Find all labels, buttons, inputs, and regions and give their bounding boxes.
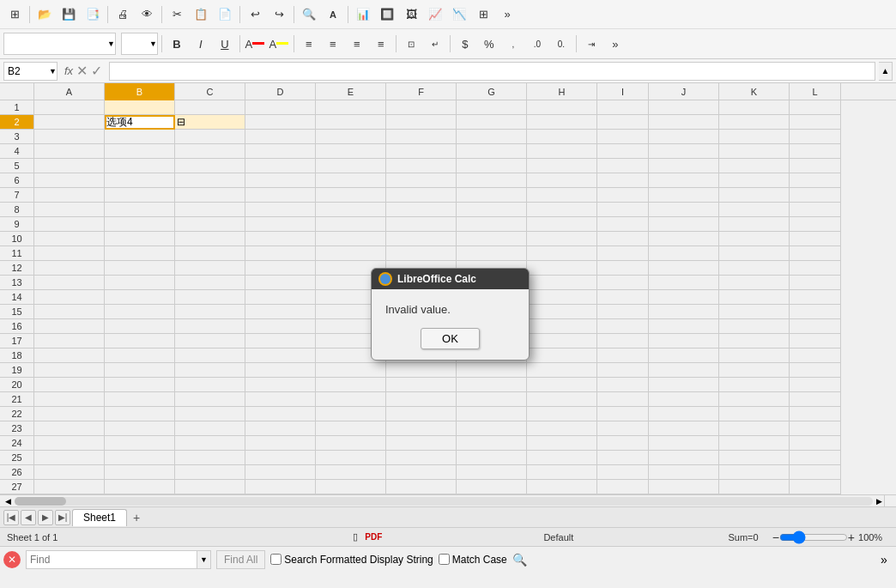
match-case-label[interactable]: Match Case	[439, 554, 507, 566]
align-left-btn[interactable]: ≡	[298, 33, 320, 55]
cell-i17[interactable]	[597, 334, 649, 349]
cell-k12[interactable]	[719, 261, 790, 276]
row-header-7[interactable]: 7	[0, 188, 34, 203]
highlight-btn[interactable]: A	[268, 33, 290, 55]
thousands-btn[interactable]: ,	[502, 33, 524, 55]
cell-c20[interactable]	[175, 378, 245, 392]
cell-l1[interactable]	[790, 100, 841, 115]
cell-k1[interactable]	[719, 100, 790, 115]
sheet-last-btn[interactable]: ▶|	[55, 510, 70, 525]
cell-k26[interactable]	[719, 465, 790, 480]
font-name-input[interactable]: Liberation Sans	[4, 33, 107, 54]
cell-h24[interactable]	[527, 436, 597, 451]
cell-a11[interactable]	[34, 246, 105, 261]
cell-h7[interactable]	[527, 188, 597, 203]
cell-b7[interactable]	[105, 188, 175, 203]
find-all-btn[interactable]: Find All	[216, 550, 265, 569]
cell-k11[interactable]	[719, 246, 790, 261]
dialog-ok-btn[interactable]: OK	[421, 328, 480, 349]
cell-g24[interactable]	[457, 436, 527, 451]
cell-a3[interactable]	[34, 130, 105, 144]
cell-e1[interactable]	[316, 100, 386, 115]
cell-g21[interactable]	[457, 392, 527, 407]
cell-a14[interactable]	[34, 290, 105, 305]
cell-e6[interactable]	[316, 173, 386, 188]
cell-j25[interactable]	[649, 451, 719, 465]
cell-f19[interactable]	[386, 363, 457, 378]
font-name-dropdown-icon[interactable]: ▼	[107, 39, 115, 48]
cell-h22[interactable]	[527, 407, 597, 421]
cell-e26[interactable]	[316, 465, 386, 480]
cell-b12[interactable]	[105, 261, 175, 276]
cell-h11[interactable]	[527, 246, 597, 261]
cell-c11[interactable]	[175, 246, 245, 261]
cell-j11[interactable]	[649, 246, 719, 261]
cell-k3[interactable]	[719, 130, 790, 144]
cell-f21[interactable]	[386, 392, 457, 407]
cell-l23[interactable]	[790, 421, 841, 436]
row-header-16[interactable]: 16	[0, 319, 34, 334]
cell-d1[interactable]	[245, 100, 316, 115]
cell-e3[interactable]	[316, 130, 386, 144]
cell-d22[interactable]	[245, 407, 316, 421]
cell-c3[interactable]	[175, 130, 245, 144]
cell-b13[interactable]	[105, 276, 175, 290]
cell-a22[interactable]	[34, 407, 105, 421]
cell-i21[interactable]	[597, 392, 649, 407]
cell-a17[interactable]	[34, 334, 105, 349]
cell-h23[interactable]	[527, 421, 597, 436]
col-header-h[interactable]: H	[527, 83, 597, 100]
paste-btn[interactable]: 📄	[214, 3, 236, 26]
sheet-add-btn[interactable]: +	[129, 510, 144, 525]
cell-g8[interactable]	[457, 203, 527, 217]
cell-j4[interactable]	[649, 144, 719, 159]
search-formatted-checkbox[interactable]	[270, 554, 282, 565]
cell-d25[interactable]	[245, 451, 316, 465]
cell-a7[interactable]	[34, 188, 105, 203]
cell-i6[interactable]	[597, 173, 649, 188]
pivot2-btn[interactable]: 📉	[448, 3, 470, 26]
cell-i15[interactable]	[597, 305, 649, 319]
redo-btn[interactable]: ↪	[268, 3, 290, 26]
cell-j24[interactable]	[649, 436, 719, 451]
cell-l25[interactable]	[790, 451, 841, 465]
cell-a8[interactable]	[34, 203, 105, 217]
cell-l13[interactable]	[790, 276, 841, 290]
cell-g26[interactable]	[457, 465, 527, 480]
cell-l8[interactable]	[790, 203, 841, 217]
cell-l16[interactable]	[790, 319, 841, 334]
cell-e23[interactable]	[316, 421, 386, 436]
cell-i2[interactable]	[597, 115, 649, 130]
cell-d13[interactable]	[245, 276, 316, 290]
cell-e2[interactable]	[316, 115, 386, 130]
cell-k5[interactable]	[719, 159, 790, 173]
cell-j20[interactable]	[649, 378, 719, 392]
cell-g6[interactable]	[457, 173, 527, 188]
row-header-23[interactable]: 23	[0, 421, 34, 436]
cell-h10[interactable]	[527, 232, 597, 246]
cell-d18[interactable]	[245, 349, 316, 363]
merge-btn[interactable]: ⊡	[400, 33, 422, 55]
cell-a10[interactable]	[34, 232, 105, 246]
cell-d15[interactable]	[245, 305, 316, 319]
row-header-14[interactable]: 14	[0, 290, 34, 305]
cell-a16[interactable]	[34, 319, 105, 334]
cell-d9[interactable]	[245, 217, 316, 232]
cell-h19[interactable]	[527, 363, 597, 378]
cell-j26[interactable]	[649, 465, 719, 480]
cell-k8[interactable]	[719, 203, 790, 217]
cell-g9[interactable]	[457, 217, 527, 232]
cell-d12[interactable]	[245, 261, 316, 276]
cell-e22[interactable]	[316, 407, 386, 421]
find-dropdown-btn[interactable]: ▼	[197, 550, 211, 569]
cell-l11[interactable]	[790, 246, 841, 261]
cell-j8[interactable]	[649, 203, 719, 217]
sheet-next-btn[interactable]: ▶	[38, 510, 53, 525]
cell-b3[interactable]	[105, 130, 175, 144]
cell-b8[interactable]	[105, 203, 175, 217]
cell-f3[interactable]	[386, 130, 457, 144]
cell-i27[interactable]	[597, 480, 649, 494]
cell-d16[interactable]	[245, 319, 316, 334]
cell-i16[interactable]	[597, 319, 649, 334]
cut-btn[interactable]: ✂	[166, 3, 188, 26]
